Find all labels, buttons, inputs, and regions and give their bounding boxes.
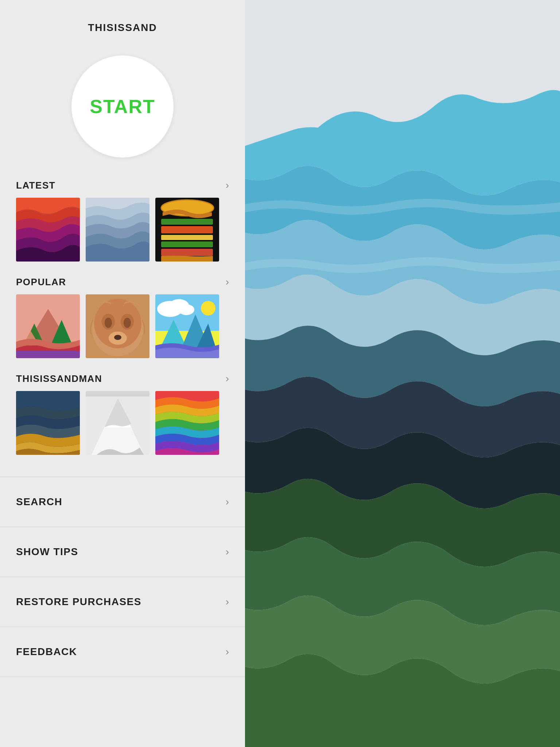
thumb-latest-1[interactable] xyxy=(16,198,80,262)
section-header-popular[interactable]: POPULAR › xyxy=(16,276,229,288)
svg-rect-16 xyxy=(16,351,80,358)
start-button-wrap: START xyxy=(0,41,245,179)
menu-item-show-tips[interactable]: SHOW TIPS › xyxy=(0,527,245,577)
thumb-popular-2[interactable] xyxy=(86,294,149,358)
menu-items: SEARCH › SHOW TIPS › RESTORE PURCHASES ›… xyxy=(0,477,245,677)
menu-item-feedback[interactable]: FEEDBACK › xyxy=(0,627,245,677)
chevron-right-popular: › xyxy=(226,276,229,288)
menu-label-search: SEARCH xyxy=(16,496,62,508)
left-panel: THISISSAND START LATEST › xyxy=(0,0,245,747)
section-header-thisissandman[interactable]: THISISSANDMAN › xyxy=(16,373,229,384)
chevron-right-thisissandman: › xyxy=(226,373,229,384)
svg-point-31 xyxy=(201,301,215,316)
menu-label-restore-purchases: RESTORE PURCHASES xyxy=(16,596,141,608)
section-title-thisissandman: THISISSANDMAN xyxy=(16,373,102,384)
menu-item-search[interactable]: SEARCH › xyxy=(0,477,245,527)
svg-rect-9 xyxy=(161,249,213,256)
menu-item-restore-purchases[interactable]: RESTORE PURCHASES › xyxy=(0,577,245,627)
thumbnails-thisissandman xyxy=(16,391,229,455)
svg-rect-39 xyxy=(86,391,149,396)
thumb-popular-1[interactable] xyxy=(16,294,80,358)
svg-rect-7 xyxy=(161,235,213,240)
menu-label-show-tips: SHOW TIPS xyxy=(16,546,78,558)
chevron-show-tips: › xyxy=(226,546,229,558)
chevron-right-latest: › xyxy=(226,179,229,191)
start-label: START xyxy=(90,96,155,117)
section-thisissandman: THISISSANDMAN › xyxy=(0,373,245,455)
thumb-latest-3[interactable] xyxy=(155,198,219,262)
thumbnails-popular xyxy=(16,294,229,358)
chevron-search: › xyxy=(226,496,229,508)
start-button[interactable]: START xyxy=(71,55,174,158)
chevron-feedback: › xyxy=(226,646,229,658)
mountain-artwork xyxy=(245,0,560,747)
thumb-sandman-1[interactable] xyxy=(16,391,80,455)
section-popular: POPULAR › xyxy=(0,276,245,358)
thumbnails-latest xyxy=(16,198,229,262)
section-title-popular: POPULAR xyxy=(16,276,66,288)
svg-rect-8 xyxy=(161,241,213,247)
svg-point-25 xyxy=(114,335,121,340)
thumb-sandman-3[interactable] xyxy=(155,391,219,455)
thumb-sandman-2[interactable] xyxy=(86,391,149,455)
thumb-popular-3[interactable] xyxy=(155,294,219,358)
svg-rect-6 xyxy=(161,226,213,233)
svg-point-23 xyxy=(105,318,112,328)
svg-rect-5 xyxy=(161,219,213,225)
section-header-latest[interactable]: LATEST › xyxy=(16,179,229,191)
menu-label-feedback: FEEDBACK xyxy=(16,646,77,658)
svg-point-24 xyxy=(124,318,131,328)
app-title: THISISSAND xyxy=(0,0,245,41)
svg-point-30 xyxy=(178,304,194,315)
right-panel xyxy=(245,0,560,747)
chevron-restore-purchases: › xyxy=(226,596,229,608)
thumb-latest-2[interactable] xyxy=(86,198,149,262)
section-latest: LATEST › xyxy=(0,179,245,262)
section-title-latest: LATEST xyxy=(16,180,55,191)
